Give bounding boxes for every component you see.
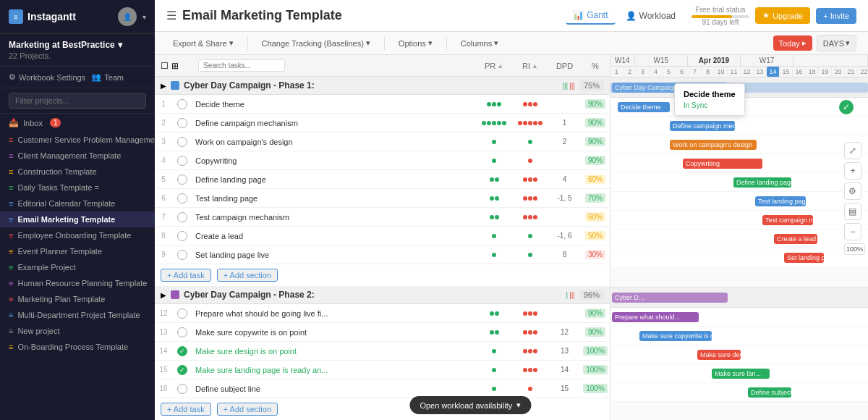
sidebar-item-on-boarding[interactable]: ≡ On-Boarding Process Template [0,339,155,355]
task-pct: 90% [581,328,610,336]
task-name[interactable]: Define campaign mechanism [192,119,476,127]
task-checkbox[interactable] [172,212,192,222]
invite-btn[interactable]: + Invite [816,8,856,24]
task-name[interactable]: Make sure design is on point [192,347,476,356]
gantt-row-task6[interactable]: Test landing page [610,192,868,211]
section-header-phase1: ▶ Cyber Day Campaign - Phase 1: ||| ||| … [155,77,610,95]
upgrade-btn[interactable]: ★ Upgrade [755,7,810,24]
task-name[interactable]: Prepare what should be going live fi... [192,309,476,318]
sidebar-item-new-project[interactable]: ≡ New project [0,323,155,339]
add-task-btn-phase1[interactable]: + Add task [161,269,211,282]
gantt-row-task16[interactable]: Define subject... [610,383,868,402]
add-row-phase2: + Add task + Add section [155,398,610,420]
task-checkbox[interactable] [172,156,192,166]
workbook-settings-btn[interactable]: ⚙ Workbook Settings [9,72,85,82]
task-name[interactable]: Create a lead [192,232,476,240]
change-tracking-btn[interactable]: Change Tracking (Baselines) ▾ [255,35,377,51]
workspace-name[interactable]: Marketing at BestPractice ▾ [9,40,146,50]
task-checkbox[interactable] [172,327,192,337]
settings-icon[interactable]: ⚙ [844,182,861,200]
sort-icon[interactable]: ▲ [532,62,538,70]
minus-zoom-btn[interactable]: − [844,223,861,240]
sidebar-item-inbox[interactable]: 📥 Inbox 1 [0,114,155,132]
task-ri-indicators [512,159,548,163]
task-name[interactable]: Make sure landing page is ready an... [192,366,476,374]
export-share-btn[interactable]: Export & Share ▾ [166,35,240,51]
sidebar-item-human-resource[interactable]: ≡ Human Resource Planning Template [0,275,155,291]
add-task-btn-phase2[interactable]: + Add task [161,403,211,416]
task-name[interactable]: Decide theme [192,100,476,109]
task-number: 15 [155,366,172,374]
gantt-bar-task12: Prepare what should... [612,312,699,322]
gantt-tab[interactable]: 📊 Gantt [566,7,615,25]
days-view-btn[interactable]: DAYS ▾ [817,35,856,51]
view-toggle[interactable]: ⊞ [171,61,179,71]
task-checkbox[interactable] [172,250,192,260]
task-checkbox[interactable] [172,137,192,147]
sidebar-item-multi-department[interactable]: ≡ Multi-Department Project Template [0,307,155,323]
list-icon: ≡ [9,311,13,319]
sidebar-item-example-project[interactable]: ≡ Example Project [0,259,155,275]
task-checkbox[interactable] [172,118,192,128]
task-name[interactable]: Test landing page [192,194,476,203]
columns-btn[interactable]: Columns ▾ [454,35,505,51]
task-checkbox[interactable] [172,384,192,394]
sidebar-item-construction[interactable]: ≡ Construction Template [0,164,155,180]
plus-zoom-btn[interactable]: + [844,162,861,180]
filter-projects-input[interactable] [9,93,146,109]
gantt-chart[interactable]: W14 W15 Apr 2019 W17 1 2 3 4 5 6 7 [610,55,868,420]
task-checkbox[interactable]: ✓ [172,365,192,375]
select-all-checkbox[interactable]: ☐ [161,61,169,71]
gantt-row-task9[interactable]: Set landing page li... [610,248,868,267]
task-pct: 90% [581,309,610,317]
task-name[interactable]: Make sure copywrite is on point [192,328,476,337]
gantt-row-task2[interactable]: Define campaign mechanism [610,117,868,135]
fit-to-screen-btn[interactable]: ⤢ [844,142,861,159]
sidebar-item-daily-tasks[interactable]: ≡ Daily Tasks Template = [0,180,155,196]
task-checkbox[interactable] [172,175,192,185]
task-checkbox[interactable]: ✓ [172,346,192,356]
filter-icon[interactable]: ▤ [844,203,861,220]
sidebar-item-marketing-plan[interactable]: ≡ Marketing Plan Template [0,291,155,307]
task-name[interactable]: Copywriting [192,156,476,165]
today-btn[interactable]: Today ▸ [773,35,812,51]
search-tasks-input[interactable] [198,59,285,72]
add-section-btn-phase1[interactable]: + Add section [217,269,278,282]
task-checkbox[interactable] [172,308,192,319]
task-checkbox[interactable] [172,193,192,203]
gantt-row-task12[interactable]: Prepare what should... [610,308,868,327]
gantt-row-task14[interactable]: Make sure design ... p... [610,345,868,364]
sidebar-item-client-management[interactable]: ≡ Client Management Template [0,148,155,164]
task-name[interactable]: Define subject line [192,385,476,393]
gantt-row-task5[interactable]: Define landing page [610,173,868,192]
task-checkbox[interactable] [172,231,192,241]
user-avatar[interactable]: 👤 [118,7,137,26]
gantt-row-task3[interactable]: Work on campaign's design [610,135,868,154]
sidebar-item-event-planner[interactable]: ≡ Event Planner Template [0,243,155,259]
collapse-icon[interactable]: ▶ [161,82,166,90]
options-btn[interactable]: Options ▾ [392,35,439,51]
task-checkbox[interactable] [172,99,192,109]
app-logo[interactable]: ≡ Instagantt [9,9,76,24]
gantt-row-task4[interactable]: Copywriting [610,154,868,173]
workload-tab[interactable]: 👤 Workload [618,8,683,24]
sidebar-item-customer-service[interactable]: ≡ Customer Service Problem Management Te… [0,132,155,148]
sidebar-item-employee-onboarding[interactable]: ≡ Employee Onboarding Template [0,227,155,243]
gantt-row-task8[interactable]: Create a lead [610,230,868,248]
task-name[interactable]: Set landing page live [192,251,476,259]
team-btn[interactable]: 👥 Team [91,72,124,82]
sidebar-item-email-marketing[interactable]: ≡ Email Marketing Template [0,211,155,227]
open-workload-btn[interactable]: Open workload availability ▾ [409,396,531,414]
collapse-icon[interactable]: ▶ [161,291,166,299]
task-name[interactable]: Test campaign mechanism [192,213,476,222]
task-name[interactable]: Work on campaign's design [192,138,476,146]
hamburger-menu-btn[interactable]: ☰ [166,9,176,22]
sidebar-item-editorial-calendar[interactable]: ≡ Editorial Calendar Template [0,196,155,211]
task-name[interactable]: Define landing page [192,175,476,184]
sort-icon[interactable]: ▲ [497,62,503,70]
gantt-row-task15[interactable]: Make sure lan... [610,364,868,383]
gantt-row-task13[interactable]: Make sure copywrite is o... [610,327,868,345]
gantt-row-task1[interactable]: Decide theme Decide theme In Sync ✓ [610,98,868,117]
add-section-btn-phase2[interactable]: + Add section [217,403,278,416]
gantt-row-task7[interactable]: Test campaign mechanis... [610,211,868,230]
